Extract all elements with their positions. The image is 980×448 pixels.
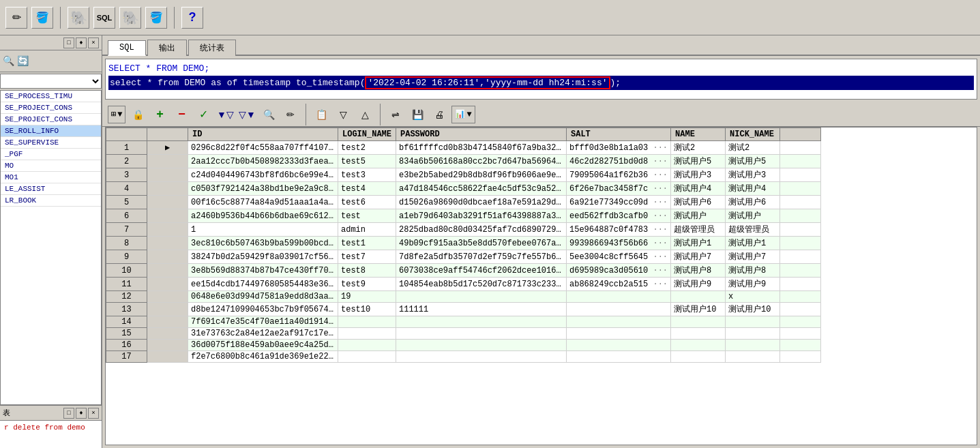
- sql-editor[interactable]: SELECT * FROM DEMO; select * from DEMO a…: [105, 59, 977, 100]
- table-cell: ee15d4cdb1744976805854483e36fa3e ···: [188, 278, 338, 291]
- table-cell: 3e8b569d88374b87b47ce430ff705ffe ···: [188, 264, 338, 278]
- table-cell: 6073038ce9aff54746cf2062dcee1016 ···: [396, 264, 567, 278]
- table-cell: [780, 196, 821, 209]
- col-header-name[interactable]: NAME: [671, 128, 726, 141]
- sidebar-bottom-close-btn[interactable]: ×: [88, 408, 99, 419]
- grid-check-btn[interactable]: ✓: [194, 106, 213, 123]
- col-header-login[interactable]: LOGIN_NAME: [338, 128, 396, 141]
- grid-lock-btn[interactable]: 🔒: [128, 106, 147, 123]
- sidebar-schema-select[interactable]: [0, 74, 102, 89]
- table-row[interactable]: 17f2e7c6800b8c461a91de369e1e2277bc ···: [106, 351, 821, 363]
- tab-output[interactable]: 输出: [147, 40, 187, 56]
- table-row[interactable]: 147f691c47e35c4f70ae11a40d1914e544 ···: [106, 316, 821, 328]
- grid-toolbar: ⊞ ▼ 🔒 + − ✓ ▼▽ ▽▼ 🔍 ✏ 📋 ▽ △ ⇌ 💾 🖨 📊 ▼: [102, 102, 980, 127]
- sidebar-bottom-float-btn[interactable]: ♦: [76, 408, 87, 419]
- toolbar-db-btn2[interactable]: 🐘: [119, 7, 141, 29]
- table-cell: [780, 351, 821, 363]
- toolbar-bucket-btn[interactable]: 🪣: [31, 7, 53, 29]
- grid-print-btn[interactable]: 🖨: [430, 106, 449, 123]
- sidebar-item-2[interactable]: SE_PROJECT_CONS: [1, 114, 101, 125]
- row-number: 7: [106, 223, 147, 237]
- table-row[interactable]: 938247b0d2a59429f8a039017cf5664a6 ···tes…: [106, 250, 821, 264]
- table-cell: 测试用户5: [726, 155, 780, 168]
- table-cell: [396, 328, 567, 340]
- sidebar-tools: 🔍 🔄: [0, 50, 102, 72]
- toolbar-help-btn[interactable]: ?: [181, 7, 203, 29]
- sidebar-bottom-dock-btn[interactable]: □: [63, 408, 74, 419]
- sidebar-bottom-text: r delete from demo: [1, 422, 100, 433]
- sidebar-dock-btn[interactable]: □: [63, 38, 74, 48]
- sidebar-item-0[interactable]: SE_PROCESS_TIMU: [1, 91, 101, 102]
- col-header-nick[interactable]: NICK_NAME: [726, 128, 780, 141]
- table-cell: bf61ffffcd0b83b47145840f67a9ba32 ···: [396, 141, 567, 155]
- grid-down-btn[interactable]: ▽: [333, 106, 353, 123]
- grid-view-dropdown[interactable]: ⊞ ▼: [108, 106, 125, 123]
- grid-search-btn[interactable]: 🔍: [259, 106, 278, 123]
- sidebar-item-5[interactable]: _PGF: [1, 149, 101, 160]
- table-row[interactable]: 22aa12ccc7b0b4508982333d3faea2ba9 ···tes…: [106, 155, 821, 168]
- toolbar-edit-btn[interactable]: ✏: [5, 7, 27, 29]
- table-row[interactable]: 71admin2825dbad80c80d03425faf7cd6890729 …: [106, 223, 821, 237]
- table-row[interactable]: 3c24d0404496743bf8fd6bc6e99e47090 ···tes…: [106, 168, 821, 182]
- sidebar-item-6[interactable]: MO: [1, 160, 101, 172]
- table-row[interactable]: 6a2460b9536b44b66b6dbae69c61287d3 ···tes…: [106, 209, 821, 223]
- table-cell: 111111: [396, 303, 567, 316]
- table-cell: [780, 182, 821, 196]
- table-row[interactable]: 13d8be1247109904653bc7b9f05674dd96 ···te…: [106, 303, 821, 316]
- grid-up-btn[interactable]: △: [355, 106, 374, 123]
- table-cell: 测试用户7: [671, 250, 726, 264]
- table-cell: [567, 316, 671, 328]
- table-row[interactable]: 4c0503f7921424a38bd1be9e2a9c86d5a ···tes…: [106, 182, 821, 196]
- sidebar-search-icon[interactable]: 🔍: [3, 55, 14, 67]
- row-number: 1: [106, 141, 147, 155]
- toolbar-db-btn1[interactable]: 🐘: [68, 7, 89, 29]
- grid-chart-dropdown[interactable]: 📊 ▼: [451, 106, 475, 123]
- table-cell: [671, 316, 726, 328]
- table-cell: test3: [338, 168, 396, 182]
- grid-delete-btn[interactable]: −: [172, 106, 191, 123]
- table-cell: [780, 237, 821, 250]
- sidebar-refresh-icon[interactable]: 🔄: [17, 55, 29, 67]
- table-cell: c0503f7921424a38bd1be9e2a9c86d5a ···: [188, 182, 338, 196]
- table-row[interactable]: 1636d0075f188e459ab0aee9c4a25d3054 ···: [106, 340, 821, 351]
- col-header-extra: [780, 128, 821, 141]
- sidebar-close-btn[interactable]: ×: [88, 38, 99, 48]
- table-cell: [780, 278, 821, 291]
- tab-sql[interactable]: SQL: [108, 40, 146, 56]
- col-header-id[interactable]: ID: [188, 128, 338, 141]
- sidebar-float-btn[interactable]: ♦: [76, 38, 87, 48]
- sidebar-item-9[interactable]: LR_BOOK: [1, 195, 101, 207]
- grid-sort-desc-btn[interactable]: ▼▽: [216, 106, 235, 123]
- table-cell: d8be1247109904653bc7b9f05674dd96 ···: [188, 303, 338, 316]
- toolbar-bucket-btn2[interactable]: 🪣: [145, 7, 167, 29]
- grid-save-btn[interactable]: 💾: [408, 106, 427, 123]
- grid-copy-btn[interactable]: 📋: [312, 106, 331, 123]
- table-row[interactable]: 83ec810c6b507463b9ba599b00bcd1c1a ···tes…: [106, 237, 821, 250]
- table-row[interactable]: 11ee15d4cdb1744976805854483e36fa3e ···te…: [106, 278, 821, 291]
- grid-add-btn[interactable]: +: [150, 106, 169, 123]
- sidebar-item-4[interactable]: SE_SUPERVISE: [1, 137, 101, 149]
- table-cell: [338, 340, 396, 351]
- sidebar-list: SE_PROCESS_TIMUSE_PROJECT_CONSSE_PROJECT…: [0, 90, 102, 405]
- sidebar-item-7[interactable]: MO1: [1, 172, 101, 183]
- sidebar-item-3[interactable]: SE_ROLL_INFO: [1, 125, 101, 137]
- table-cell: [338, 351, 396, 363]
- grid-sort-asc-btn[interactable]: ▽▼: [237, 106, 256, 123]
- col-header-salt[interactable]: SALT: [567, 128, 671, 141]
- tab-stats[interactable]: 统计表: [188, 40, 236, 56]
- table-row[interactable]: 500f16c5c88774a84a9d51aaa1a4ac600 ···tes…: [106, 196, 821, 209]
- table-cell: [567, 303, 671, 316]
- sidebar-item-8[interactable]: LE_ASSIST: [1, 183, 101, 195]
- table-row[interactable]: 1▶0296c8d22f0f4c558aa707ff4107246c ···te…: [106, 141, 821, 155]
- data-grid-container[interactable]: ID LOGIN_NAME PASSWORD SALT NAME NICK_NA…: [105, 127, 977, 445]
- table-row[interactable]: 1531e73763c2a84e12ae2af917c17e7680 ···: [106, 328, 821, 340]
- table-row[interactable]: 103e8b569d88374b87b47ce430ff705ffe ···te…: [106, 264, 821, 278]
- grid-pencil-btn[interactable]: ✏: [281, 106, 300, 123]
- grid-connect-btn[interactable]: ⇌: [386, 106, 405, 123]
- col-header-password[interactable]: PASSWORD: [396, 128, 567, 141]
- row-number: 2: [106, 155, 147, 168]
- sidebar-item-1[interactable]: SE_PROJECT_CONS: [1, 102, 101, 114]
- table-row[interactable]: 120648e6e03d994d7581a9edd8d3aa5d71 ···19…: [106, 291, 821, 303]
- table-cell: [780, 264, 821, 278]
- toolbar-sql-btn[interactable]: SQL: [93, 7, 115, 29]
